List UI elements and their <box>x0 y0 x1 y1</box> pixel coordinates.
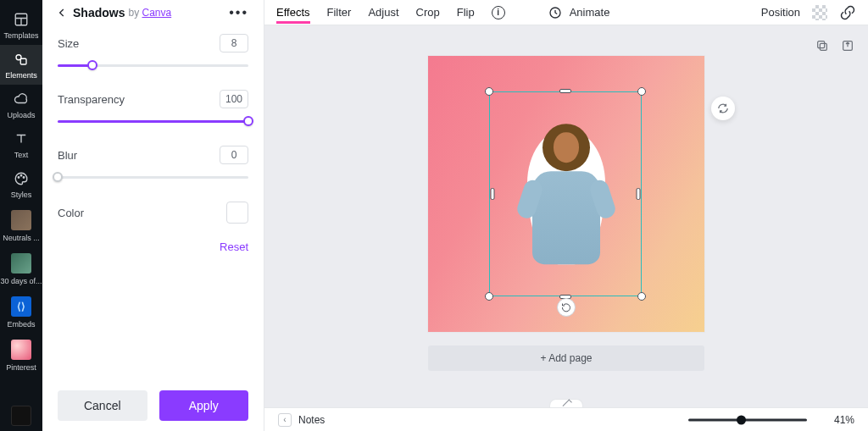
app-thumb-icon <box>11 406 31 426</box>
svg-rect-2 <box>20 58 26 64</box>
tab-filter[interactable]: Filter <box>327 1 352 24</box>
export-page-icon[interactable] <box>841 39 854 52</box>
reset-button[interactable]: Reset <box>58 240 248 253</box>
link-icon[interactable] <box>839 4 856 21</box>
folder-thumb-icon <box>11 253 31 274</box>
design-canvas[interactable] <box>428 56 704 332</box>
stage-drawer-handle[interactable] <box>549 399 583 407</box>
embeds-thumb-icon: ⟨⟩ <box>11 296 31 317</box>
rail-item-pinterest[interactable]: Pinterest <box>0 334 42 377</box>
transparency-icon[interactable] <box>812 5 827 20</box>
panel-body: Size 8 Transparency 100 Blur <box>42 25 264 380</box>
rail-item-more-apps[interactable] <box>0 400 42 431</box>
animate-label: Animate <box>570 6 610 19</box>
color-label: Color <box>58 207 84 219</box>
panel-byline: by Canva <box>128 7 171 19</box>
regen-icon[interactable] <box>711 97 735 120</box>
blur-value-input[interactable]: 0 <box>220 146 248 164</box>
rail-label: Elements <box>5 71 37 80</box>
notes-button[interactable]: Notes <box>298 414 325 426</box>
rail-label: Embeds <box>7 320 35 329</box>
rotate-icon[interactable] <box>557 298 576 317</box>
rail-label: 30 days of... <box>0 277 42 285</box>
animate-button[interactable]: Animate <box>548 5 610 20</box>
svg-rect-7 <box>820 43 826 50</box>
tab-effects[interactable]: Effects <box>276 1 310 24</box>
pinterest-thumb-icon <box>11 340 31 360</box>
rail-item-embeds[interactable]: ⟨⟩ Embeds <box>0 290 42 334</box>
layout-icon <box>13 11 30 28</box>
zoom-slider[interactable] <box>688 418 807 421</box>
rail-item-elements[interactable]: Elements <box>0 45 42 85</box>
resize-handle-se[interactable] <box>637 292 646 301</box>
rail-item-neutrals[interactable]: Neutrals ... <box>0 204 42 247</box>
color-swatch[interactable] <box>226 202 248 224</box>
back-icon[interactable] <box>54 5 70 20</box>
resize-handle-e[interactable] <box>637 188 641 200</box>
rail-label: Uploads <box>7 111 35 119</box>
tab-flip[interactable]: Flip <box>457 1 475 24</box>
panel-footer: Cancel Apply <box>42 380 264 431</box>
editor-footer: ‹ Notes 41% <box>264 407 868 431</box>
rail-item-text[interactable]: Text <box>0 124 42 164</box>
blur-label: Blur <box>58 149 77 162</box>
main-area: Effects Filter Adjust Crop Flip i Animat… <box>264 0 868 431</box>
cancel-button[interactable]: Cancel <box>58 390 147 421</box>
rail-item-styles[interactable]: Styles <box>0 164 42 204</box>
transparency-control: Transparency 100 <box>58 90 248 129</box>
cloud-icon <box>13 91 30 108</box>
panel-title: Shadows <box>73 6 125 19</box>
brand-link[interactable]: Canva <box>142 7 171 19</box>
size-slider[interactable] <box>58 58 248 73</box>
resize-handle-sw[interactable] <box>485 292 493 301</box>
blur-slider[interactable] <box>58 169 248 185</box>
rail-label: Styles <box>11 191 32 199</box>
blur-control: Blur 0 <box>58 146 248 185</box>
rail-item-uploads[interactable]: Uploads <box>0 85 42 124</box>
animate-icon <box>548 5 563 20</box>
svg-point-3 <box>18 177 19 179</box>
resize-handle-nw[interactable] <box>485 87 493 96</box>
tab-adjust[interactable]: Adjust <box>368 1 398 24</box>
selection-frame[interactable] <box>489 91 642 296</box>
effects-panel: Shadows by Canva ••• Size 8 Transparency… <box>42 0 264 431</box>
canvas-stage[interactable]: + Add page <box>264 25 868 407</box>
zoom-value: 41% <box>834 414 854 426</box>
panel-header: Shadows by Canva ••• <box>42 0 264 25</box>
size-control: Size 8 <box>58 34 248 73</box>
context-toolbar: Effects Filter Adjust Crop Flip i Animat… <box>264 0 868 25</box>
color-control: Color <box>58 202 248 224</box>
apply-button[interactable]: Apply <box>159 390 249 421</box>
svg-point-4 <box>20 175 22 177</box>
palette-icon <box>13 170 30 187</box>
folder-thumb-icon <box>11 210 31 230</box>
resize-handle-ne[interactable] <box>637 87 646 96</box>
resize-handle-w[interactable] <box>491 188 495 200</box>
scroll-left-icon[interactable]: ‹ <box>278 413 292 427</box>
rail-label: Text <box>14 151 29 159</box>
rail-item-30days[interactable]: 30 days of... <box>0 247 42 290</box>
left-rail: Templates Elements Uploads Text Styles N… <box>0 0 42 431</box>
info-icon[interactable]: i <box>492 6 505 19</box>
rail-item-templates[interactable]: Templates <box>0 5 42 45</box>
more-icon[interactable]: ••• <box>225 3 252 22</box>
size-value-input[interactable]: 8 <box>220 34 248 52</box>
text-icon <box>13 130 30 147</box>
rail-label: Neutrals ... <box>3 234 40 242</box>
transparency-label: Transparency <box>58 93 125 106</box>
svg-point-5 <box>23 177 25 179</box>
rail-label: Pinterest <box>6 363 36 372</box>
position-button[interactable]: Position <box>761 6 800 19</box>
svg-rect-8 <box>818 41 825 48</box>
shapes-icon <box>13 51 30 68</box>
rail-label: Templates <box>3 31 38 40</box>
size-label: Size <box>58 37 79 50</box>
duplicate-page-icon[interactable] <box>815 39 829 52</box>
transparency-slider[interactable] <box>58 113 248 129</box>
add-page-button[interactable]: + Add page <box>428 345 704 371</box>
tab-crop[interactable]: Crop <box>416 1 440 24</box>
resize-handle-n[interactable] <box>559 89 571 93</box>
transparency-value-input[interactable]: 100 <box>220 90 248 108</box>
